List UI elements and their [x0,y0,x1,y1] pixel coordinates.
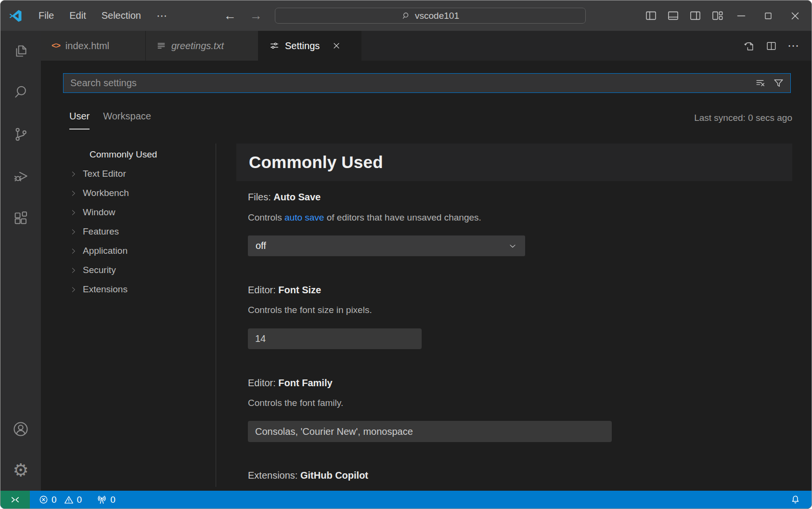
auto-save-link[interactable]: auto save [284,212,324,222]
tab-label: greetings.txt [171,40,224,52]
chevron-right-icon [69,266,83,274]
customize-layout-icon[interactable] [711,9,724,22]
toc-item-application[interactable]: Application [41,241,215,261]
html-file-icon: <> [52,41,60,51]
setting-description: Controls the font size in pixels. [248,305,372,315]
ports-count: 0 [110,495,116,505]
auto-save-select-value: off [256,240,266,251]
extensions-icon[interactable] [9,207,32,230]
close-tab-icon[interactable] [332,41,341,51]
settings-search-box [63,73,791,93]
remote-brackets-icon [10,494,21,505]
warning-triangle-icon [64,495,74,505]
toggle-panel-icon[interactable] [667,9,680,22]
text-file-icon [156,41,166,51]
forward-arrow-icon[interactable]: → [249,8,263,23]
vscode-logo-icon [8,9,23,23]
search-box-actions [755,77,790,89]
tab-index-html[interactable]: <> index.html [41,31,146,61]
notifications-bell[interactable] [790,494,801,505]
settings-editor: User Workspace Last synced: 0 secs ago C… [41,61,812,491]
error-circle-icon [39,495,49,505]
split-editor-icon[interactable] [765,40,777,52]
settings-gear-icon[interactable]: ⚙ [9,458,32,482]
minimize-button[interactable] [734,9,748,23]
titlebar: File Edit Selection ⋯ ← → vscode101 [0,0,812,31]
more-actions-ellipsis-icon[interactable]: ⋯ [787,39,800,52]
layout-controls [644,0,724,31]
activity-bar: ⚙ [0,31,41,491]
chevron-down-icon [508,241,517,251]
chevron-right-icon [69,247,83,255]
status-bar: 0 0 0 [0,491,812,509]
menu-selection[interactable]: Selection [102,10,141,21]
auto-save-select[interactable]: off [248,235,525,256]
settings-toc: Commonly Used Text Editor Workbench Wind… [41,145,215,299]
toc-item-workbench[interactable]: Workbench [41,183,215,203]
ports-indicator[interactable]: 0 [96,494,116,505]
account-icon[interactable] [9,418,32,441]
maximize-button[interactable] [761,9,775,23]
settings-section-heading: Commonly Used [249,153,383,172]
warning-count: 0 [77,495,82,505]
command-center-label: vscode101 [415,11,459,21]
setting-description: Controls auto save of editors that have … [248,212,481,223]
toggle-secondary-sidebar-icon[interactable] [689,9,702,22]
editor-actions: ⋯ [743,31,800,61]
chevron-right-icon [69,286,83,294]
setting-title-extensions-github-copilot: Extensions: GitHub Copilot [248,470,368,481]
settings-search-input[interactable] [64,78,755,89]
section-heading-band: Commonly Used [236,144,792,181]
bell-icon [790,494,801,505]
search-icon [401,11,411,21]
toc-item-window[interactable]: Window [41,203,215,222]
radio-tower-icon [96,494,107,505]
toc-item-security[interactable]: Security [41,261,215,280]
tab-label: index.html [65,40,109,52]
toc-item-text-editor[interactable]: Text Editor [41,164,215,183]
menu-overflow-ellipsis-icon[interactable]: ⋯ [156,10,168,22]
open-settings-json-icon[interactable] [743,40,755,52]
toggle-primary-sidebar-icon[interactable] [644,9,657,22]
tab-settings[interactable]: Settings [258,31,361,61]
source-control-icon[interactable] [9,123,32,146]
filter-funnel-icon[interactable] [773,77,785,89]
tab-greetings-txt[interactable]: greetings.txt [146,31,258,61]
chevron-right-icon [69,170,83,178]
setting-title-editor-font-size: Editor: Font Size [248,285,321,296]
chevron-right-icon [69,209,83,217]
toc-item-features[interactable]: Features [41,222,215,241]
setting-title-files-auto-save: Files: Auto Save [248,192,321,203]
editor-tab-bar: <> index.html greetings.txt Settings [41,31,812,61]
toc-item-extensions[interactable]: Extensions [41,280,215,299]
back-arrow-icon[interactable]: ← [223,8,237,23]
window-controls [734,0,802,31]
menu-file[interactable]: File [39,10,54,21]
vscode-window: File Edit Selection ⋯ ← → vscode101 [0,0,812,509]
problems-indicator[interactable]: 0 0 [39,495,82,505]
last-synced-label: Last synced: 0 secs ago [694,113,792,123]
search-icon[interactable] [9,80,32,104]
close-button[interactable] [788,9,802,23]
menu-edit[interactable]: Edit [69,10,86,21]
setting-title-editor-font-family: Editor: Font Family [248,378,333,389]
command-center[interactable]: vscode101 [275,8,586,24]
toc-divider [216,144,216,487]
menubar: File Edit Selection ⋯ [39,0,168,31]
clear-search-icon[interactable] [755,77,767,89]
run-debug-icon[interactable] [9,164,32,187]
setting-description: Controls the font family. [248,398,343,408]
scope-tab-workspace[interactable]: Workspace [103,111,151,130]
scope-tab-user[interactable]: User [69,111,90,130]
history-navigation: ← → [223,0,263,31]
toc-item-commonly-used[interactable]: Commonly Used [41,145,215,164]
explorer-icon[interactable] [9,39,32,63]
chevron-right-icon [69,189,83,197]
font-size-input[interactable] [248,328,422,349]
settings-sliders-icon [269,40,280,51]
remote-indicator[interactable] [0,491,30,509]
settings-scope-tabs: User Workspace [69,111,151,130]
tab-label: Settings [285,40,320,52]
font-family-input[interactable] [248,421,612,442]
error-count: 0 [52,495,57,505]
